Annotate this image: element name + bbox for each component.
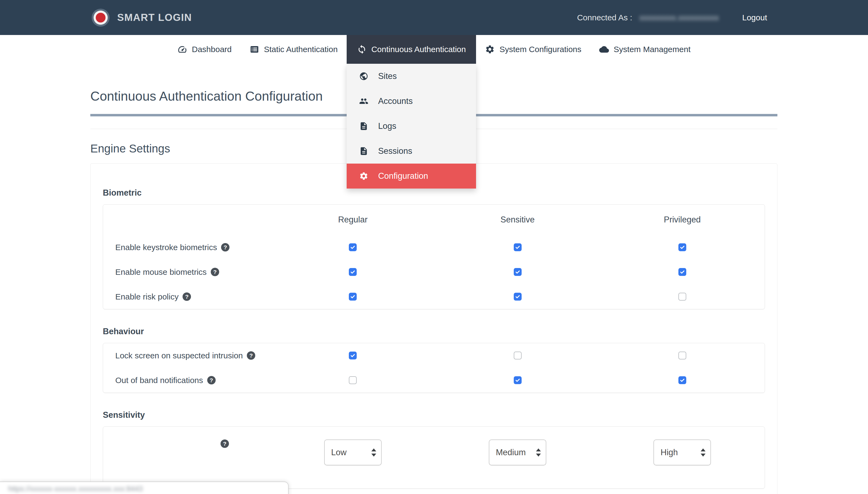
table-row-enable-keystroke-biometrics: Enable keystroke biometrics ? [103, 235, 765, 260]
checkbox-enable-risk-policy-regular[interactable] [349, 293, 357, 301]
gear-icon [359, 171, 368, 181]
table-row-out-of-band-notifications: Out of band notifications ? [103, 368, 765, 393]
select-value: Medium [496, 448, 526, 457]
file-icon [359, 121, 368, 131]
nav-item-label: System Configurations [499, 45, 581, 54]
nav-item-label: Dashboard [192, 45, 232, 54]
settings-group-sensitivity: Sensitivity ?LowMediumHigh [103, 410, 765, 489]
checkbox-enable-mouse-biometrics-sensitive[interactable] [514, 268, 522, 276]
checkbox-enable-mouse-biometrics-regular[interactable] [349, 268, 357, 276]
nav-item-dashboard[interactable]: Dashboard [169, 35, 240, 64]
settings-group-biometric: Biometric RegularSensitivePrivileged Ena… [103, 188, 765, 309]
sensitivity-select-medium[interactable]: Medium [489, 439, 546, 466]
select-spinner-icon[interactable] [701, 449, 706, 457]
help-question-icon[interactable]: ? [247, 351, 255, 360]
select-value: High [660, 448, 678, 457]
column-header-privileged: Privileged [600, 215, 765, 225]
group-label: Behaviour [103, 327, 765, 336]
status-url-redacted: https://xxxxxx-xxxxxx.xxxxxxxxx.xxx:8443 [8, 485, 143, 493]
row-label: Out of band notifications [115, 376, 203, 385]
sensitivity-select-low[interactable]: Low [324, 439, 382, 466]
settings-group-behaviour: Behaviour Lock screen on suspected intru… [103, 327, 765, 393]
brand-logo-icon [92, 9, 110, 26]
connected-as-label: Connected As : [577, 13, 632, 22]
file-icon [359, 147, 368, 156]
nav-item-label: Continuous Authentication [371, 45, 466, 54]
checkbox-lock-screen-on-suspected-intrusion-sensitive[interactable] [514, 352, 522, 359]
dropdown-item-configuration[interactable]: Configuration [347, 164, 476, 189]
select-spinner-icon[interactable] [536, 449, 541, 457]
help-question-icon[interactable]: ? [207, 376, 216, 384]
dropdown-item-label: Configuration [378, 171, 428, 181]
list-icon [250, 44, 259, 54]
continuous-auth-dropdown: Sites Accounts Logs Sessions Configurati… [347, 64, 476, 189]
help-question-icon[interactable]: ? [182, 292, 191, 301]
help-question-icon[interactable]: ? [221, 243, 230, 251]
sensitivity-select-high[interactable]: High [653, 439, 711, 466]
checkbox-out-of-band-notifications-sensitive[interactable] [514, 376, 522, 384]
nav-item-static-authentication[interactable]: Static Authentication [240, 35, 347, 64]
group-label: Biometric [103, 188, 765, 198]
dropdown-item-label: Sessions [378, 146, 412, 156]
dropdown-item-accounts[interactable]: Accounts [347, 89, 476, 114]
main-nav: Dashboard Static Authentication Continuo… [0, 35, 868, 64]
dropdown-item-label: Logs [378, 121, 396, 131]
checkbox-enable-keystroke-biometrics-sensitive[interactable] [514, 243, 522, 251]
dropdown-item-label: Sites [378, 71, 397, 81]
dropdown-item-sessions[interactable]: Sessions [347, 139, 476, 164]
checkbox-out-of-band-notifications-privileged[interactable] [678, 376, 686, 384]
table-row-lock-screen-on-suspected-intrusion: Lock screen on suspected intrusion ? [103, 343, 765, 368]
connected-user-redacted[interactable]: xxxxxxxxx.xxxxxxxxxx [639, 13, 719, 22]
engine-settings-panel: Biometric RegularSensitivePrivileged Ena… [90, 163, 777, 494]
column-header-regular: Regular [270, 215, 435, 225]
dropdown-item-sites[interactable]: Sites [347, 64, 476, 89]
globe-icon [359, 72, 368, 81]
table-row-enable-risk-policy: Enable risk policy ? [103, 284, 765, 309]
checkbox-enable-keystroke-biometrics-privileged[interactable] [678, 243, 686, 251]
help-question-icon[interactable]: ? [220, 439, 229, 448]
dropdown-item-label: Accounts [378, 96, 413, 106]
select-value: Low [331, 448, 347, 457]
users-icon [359, 97, 368, 106]
nav-item-label: Static Authentication [264, 45, 338, 54]
nav-item-system-configurations[interactable]: System Configurations [476, 35, 590, 64]
group-box: ?LowMediumHigh [103, 426, 765, 489]
topbar-right: Connected As : xxxxxxxxx.xxxxxxxxxx Logo… [577, 13, 767, 22]
group-box: Lock screen on suspected intrusion ? Out… [103, 343, 765, 393]
select-spinner-icon[interactable] [371, 449, 376, 457]
dashboard-gauge-icon [177, 44, 187, 54]
sensitivity-row: ?LowMediumHigh [103, 427, 765, 488]
sync-icon [357, 44, 367, 54]
row-label: Lock screen on suspected intrusion [115, 351, 243, 360]
column-header-sensitive: Sensitive [435, 215, 600, 225]
table-row-enable-mouse-biometrics: Enable mouse biometrics ? [103, 260, 765, 284]
checkbox-enable-mouse-biometrics-privileged[interactable] [678, 268, 686, 276]
gear-icon [485, 44, 495, 54]
checkbox-lock-screen-on-suspected-intrusion-privileged[interactable] [678, 352, 686, 359]
table-header-row: RegularSensitivePrivileged [103, 205, 765, 235]
checkbox-enable-risk-policy-privileged[interactable] [678, 293, 686, 301]
group-box: RegularSensitivePrivileged Enable keystr… [103, 204, 765, 309]
group-label: Sensitivity [103, 410, 765, 420]
help-question-icon[interactable]: ? [211, 268, 219, 276]
checkbox-enable-keystroke-biometrics-regular[interactable] [349, 243, 357, 251]
checkbox-out-of-band-notifications-regular[interactable] [349, 376, 357, 384]
link-status-popup: https://xxxxxx-xxxxxx.xxxxxxxxx.xxx:8443 [0, 481, 289, 494]
topbar: SMART LOGIN Connected As : xxxxxxxxx.xxx… [0, 0, 868, 35]
cloud-icon [599, 44, 609, 54]
dropdown-item-logs[interactable]: Logs [347, 114, 476, 139]
logout-button[interactable]: Logout [742, 13, 767, 22]
page: SMART LOGIN Connected As : xxxxxxxxx.xxx… [0, 0, 868, 494]
nav-item-system-management[interactable]: System Management [590, 35, 699, 64]
row-label: Enable keystroke biometrics [115, 243, 217, 252]
row-label: Enable risk policy [115, 292, 178, 301]
nav-item-continuous-authentication[interactable]: Continuous Authentication Sites Accounts… [347, 35, 476, 64]
nav-item-label: System Management [614, 45, 690, 54]
row-label: Enable mouse biometrics [115, 267, 207, 277]
checkbox-lock-screen-on-suspected-intrusion-regular[interactable] [349, 352, 357, 359]
checkbox-enable-risk-policy-sensitive[interactable] [514, 293, 522, 301]
brand-title: SMART LOGIN [117, 12, 192, 23]
